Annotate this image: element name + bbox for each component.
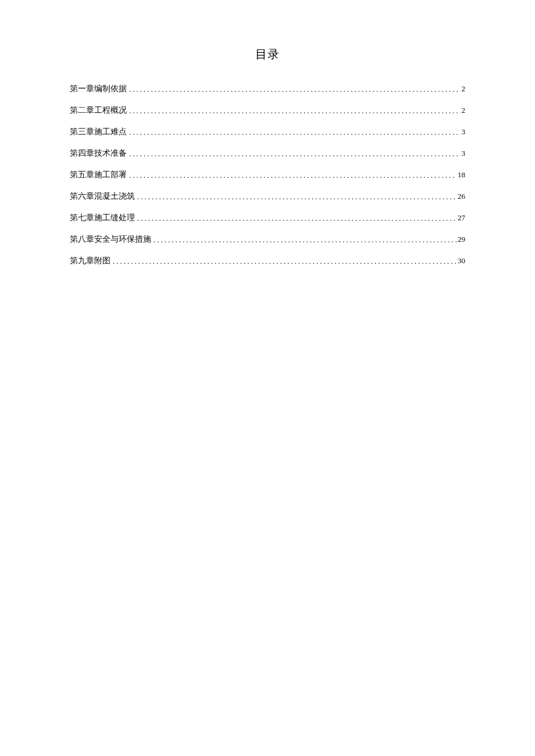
toc-title: 目录 bbox=[70, 46, 465, 62]
toc-entry-label: 第六章混凝土浇筑 bbox=[70, 190, 135, 202]
toc-leader-dots bbox=[129, 84, 461, 95]
toc-entry-page: 26 bbox=[458, 191, 465, 202]
toc-entry: 第六章混凝土浇筑 26 bbox=[70, 190, 465, 202]
toc-entry-page: 3 bbox=[462, 148, 466, 159]
toc-entry-page: 18 bbox=[458, 169, 465, 181]
toc-entry-label: 第一章编制依据 bbox=[70, 83, 127, 95]
toc-entry: 第一章编制依据 2 bbox=[70, 83, 465, 95]
toc-entry-page: 30 bbox=[458, 255, 465, 267]
toc-entry-page: 2 bbox=[462, 105, 466, 116]
toc-leader-dots bbox=[137, 191, 456, 203]
toc-entry-page: 27 bbox=[458, 212, 465, 224]
toc-entry-label: 第四章技术准备 bbox=[70, 147, 127, 159]
toc-entry-label: 第二章工程概况 bbox=[70, 104, 127, 116]
toc-entry: 第五章施工部署 18 bbox=[70, 169, 465, 181]
toc-leader-dots bbox=[154, 234, 456, 246]
toc-entry: 第三章施工难点 3 bbox=[70, 126, 465, 138]
toc-entry: 第二章工程概况 2 bbox=[70, 104, 465, 116]
toc-leader-dots bbox=[129, 170, 456, 181]
toc-entry-label: 第五章施工部署 bbox=[70, 169, 127, 181]
toc-entry-label: 第七章施工缝处理 bbox=[70, 212, 135, 224]
toc-entry-label: 第三章施工难点 bbox=[70, 126, 127, 138]
toc-entry-page: 3 bbox=[462, 126, 466, 138]
toc-entry-page: 2 bbox=[462, 83, 466, 95]
toc-entry: 第九章附图 30 bbox=[70, 255, 465, 267]
toc-leader-dots bbox=[113, 256, 456, 267]
toc-entry: 第八章安全与环保措施 29 bbox=[70, 233, 465, 245]
toc-entry-label: 第九章附图 bbox=[70, 255, 110, 267]
toc-entry: 第七章施工缝处理 27 bbox=[70, 212, 465, 224]
toc-leader-dots bbox=[137, 213, 456, 224]
toc-leader-dots bbox=[129, 105, 461, 117]
toc-leader-dots bbox=[129, 127, 461, 138]
toc-list: 第一章编制依据 2 第二章工程概况 2 第三章施工难点 3 第四章技术准备 3 … bbox=[70, 83, 465, 267]
toc-entry: 第四章技术准备 3 bbox=[70, 147, 465, 159]
document-page: 目录 第一章编制依据 2 第二章工程概况 2 第三章施工难点 3 第四章技术准备… bbox=[0, 0, 535, 267]
toc-entry-label: 第八章安全与环保措施 bbox=[70, 233, 151, 245]
toc-entry-page: 29 bbox=[458, 234, 465, 245]
toc-leader-dots bbox=[129, 148, 461, 160]
